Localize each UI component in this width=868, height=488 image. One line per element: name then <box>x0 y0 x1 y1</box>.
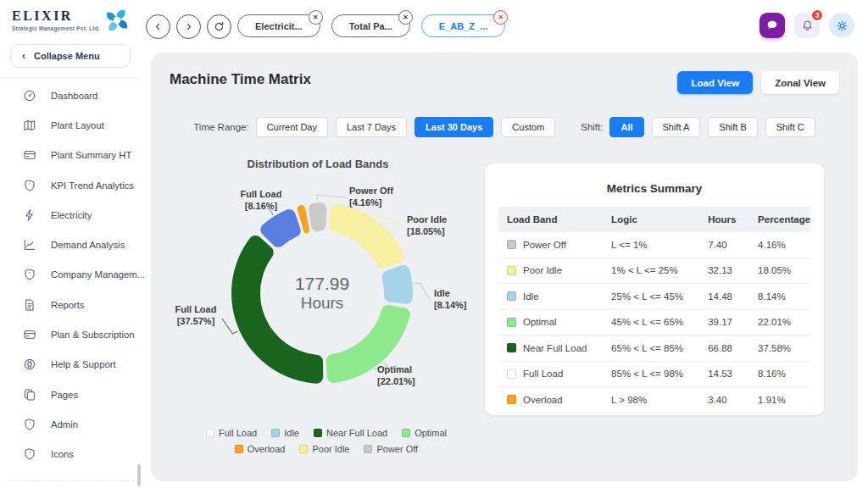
settings-button[interactable] <box>829 13 854 38</box>
sidebar-item-label: Demand Analysis <box>51 240 125 250</box>
legend-item-idle[interactable]: Idle <box>271 428 299 438</box>
chart-legend: Full Load Idle Near Full Load Optimal Ov… <box>161 422 492 454</box>
band-hours: 14.53 <box>701 361 751 387</box>
sidebar-item-label: Help & Support <box>51 359 116 369</box>
tab-chip-total-pa[interactable]: Total Pa... ✕ <box>331 14 410 37</box>
tab-chip-e-ab-z[interactable]: E_AB_Z_... ✕ <box>421 14 505 37</box>
band-name: Poor Idle <box>523 265 562 275</box>
band-percentage: 1.91% <box>751 387 810 413</box>
band-percentage: 37.58% <box>751 336 810 362</box>
donut-label-line <box>222 319 238 334</box>
card-icon <box>23 148 36 162</box>
shift-option-shift-b[interactable]: Shift B <box>708 117 757 137</box>
band-percentage: 8.16% <box>751 361 810 387</box>
band-logic: 25% < L <= 45% <box>604 284 701 310</box>
sidebar-item-icons[interactable]: Icons <box>0 440 141 469</box>
table-row-overload: Overload L > 98% 3.40 1.91% <box>498 387 810 413</box>
band-hours: 66.88 <box>701 336 751 362</box>
refresh-icon <box>213 20 225 33</box>
view-button-zonal-view[interactable]: Zonal View <box>761 71 839 94</box>
close-tab-icon[interactable]: ✕ <box>398 10 413 25</box>
donut-label: Optimal <box>377 364 412 374</box>
donut-label-line <box>317 195 346 201</box>
band-swatch <box>507 343 516 352</box>
col-hours: Hours <box>701 207 751 232</box>
donut-label-pct: [22.01%] <box>377 376 415 386</box>
table-row-full-load: Full Load 85% < L <= 98% 14.53 8.16% <box>498 361 810 387</box>
donut-segment-poor-idle[interactable] <box>329 204 404 269</box>
band-name: Idle <box>523 291 539 302</box>
sidebar-item-demand-analysis[interactable]: Demand Analysis <box>0 230 141 259</box>
col-logic: Logic <box>604 207 701 232</box>
legend-item-optimal[interactable]: Optimal <box>402 428 447 438</box>
sidebar-item-label: Company Managem... <box>51 269 145 280</box>
legend-item-power-off[interactable]: Power Off <box>364 444 418 454</box>
view-button-load-view[interactable]: Load View <box>677 71 753 94</box>
chat-button[interactable] <box>760 13 785 38</box>
donut-label-pct: [8.14%] <box>434 300 467 310</box>
band-hours: 39.17 <box>701 309 751 336</box>
legend-item-poor-idle[interactable]: Poor Idle <box>299 444 349 454</box>
legend-swatch <box>402 429 410 437</box>
donut-label: Idle <box>434 288 450 298</box>
close-tab-icon[interactable]: ✕ <box>309 10 323 25</box>
metrics-table: Load Band Logic Hours Percentage Power O… <box>498 207 810 413</box>
band-percentage: 18.05% <box>751 258 810 284</box>
legend-swatch <box>364 445 372 453</box>
sidebar-item-company-managem[interactable]: Company Managem... <box>0 260 141 290</box>
donut-label-pct: [4.16%] <box>349 197 382 208</box>
band-name: Full Load <box>523 369 563 379</box>
tab-chip-electricit[interactable]: Electricit... ✕ <box>237 14 320 37</box>
sidebar-item-dashboard[interactable]: Dashboard <box>0 80 141 110</box>
donut-label-pct: [37.57%] <box>177 316 215 326</box>
nav-back-button[interactable] <box>146 14 170 39</box>
time-range-label: Time Range: <box>193 122 248 132</box>
sidebar-menu: Dashboard Plant Layout Plant Summary HT … <box>0 78 141 469</box>
sidebar-item-plant-summary-ht[interactable]: Plant Summary HT <box>0 141 141 170</box>
table-row-optimal: Optimal 45% < L <= 65% 39.17 22.01% <box>498 309 810 336</box>
legend-item-full-load[interactable]: Full Load <box>206 428 257 438</box>
band-logic: 45% < L <= 65% <box>604 309 701 336</box>
close-tab-icon[interactable]: ✕ <box>493 10 508 25</box>
donut-label-line <box>414 283 430 300</box>
sidebar-scrollbar[interactable] <box>137 464 141 486</box>
legend-label: Overload <box>248 444 286 454</box>
sidebar-item-plant-layout[interactable]: Plant Layout <box>0 110 141 140</box>
nav-forward-button[interactable] <box>176 14 201 39</box>
time-range-option-last-7-days[interactable]: Last 7 Days <box>336 117 407 137</box>
pinwheel-logo-icon <box>103 7 131 34</box>
shift-option-shift-a[interactable]: Shift A <box>652 117 701 137</box>
donut-segment-power-off[interactable] <box>309 202 326 231</box>
time-range-option-custom[interactable]: Custom <box>501 117 555 137</box>
sidebar-bottom-divider <box>7 480 134 481</box>
shift-label: Shift: <box>581 122 603 132</box>
pages-icon <box>23 388 36 402</box>
bolt-icon <box>23 208 36 222</box>
legend-item-overload[interactable]: Overload <box>235 444 286 454</box>
shift-option-all[interactable]: All <box>609 117 643 137</box>
sidebar-item-pages[interactable]: Pages <box>0 380 141 409</box>
table-row-idle: Idle 25% < L <= 45% 14.48 8.14% <box>498 284 810 310</box>
sidebar-item-help-support[interactable]: Help & Support <box>0 350 141 380</box>
band-name: Power Off <box>523 240 566 250</box>
donut-segment-idle[interactable] <box>382 265 413 304</box>
sidebar-item-plan-subscription[interactable]: Plan & Subscription <box>0 319 141 349</box>
donut-segment-full-load[interactable] <box>260 209 300 247</box>
sidebar-item-reports[interactable]: Reports <box>0 290 141 319</box>
sidebar-item-label: Pages <box>51 390 78 400</box>
band-logic: 1% < L <= 25% <box>604 258 701 284</box>
notification-badge: 3 <box>810 8 824 22</box>
time-range-option-last-30-days[interactable]: Last 30 Days <box>415 117 493 137</box>
sidebar-item-kpi-trend-analytics[interactable]: KPI Trend Analytics <box>0 170 141 200</box>
notifications-button[interactable]: 3 <box>794 13 820 38</box>
band-percentage: 22.01% <box>751 309 810 336</box>
time-range-option-current-day[interactable]: Current Day <box>256 117 328 137</box>
sidebar-item-admin[interactable]: Admin <box>0 409 141 439</box>
sidebar-item-electricity[interactable]: Electricity <box>0 200 141 230</box>
refresh-button[interactable] <box>207 14 231 39</box>
open-tabs: Electricit... ✕ Total Pa... ✕ E_AB_Z_...… <box>237 14 505 37</box>
collapse-menu-button[interactable]: ‹ Collapse Menu <box>10 44 131 68</box>
legend-item-near-full-load[interactable]: Near Full Load <box>314 428 387 438</box>
shift-option-shift-c[interactable]: Shift C <box>765 117 815 137</box>
main-panel: Machine Time Matrix Load ViewZonal View … <box>151 53 858 481</box>
